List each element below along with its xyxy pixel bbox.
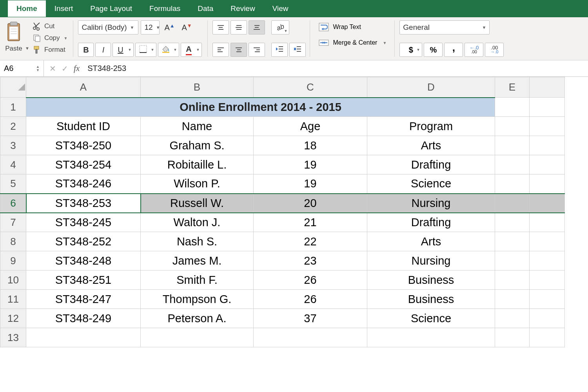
column-header-E[interactable]: E xyxy=(495,77,530,98)
formula-input[interactable]: ST348-253 xyxy=(85,64,126,73)
cell-B10[interactable]: Smith F. xyxy=(141,270,254,290)
cell-A4[interactable]: ST348-254 xyxy=(26,155,141,174)
cell-E9[interactable] xyxy=(495,251,530,270)
cell-C4[interactable]: 19 xyxy=(254,155,367,174)
tab-page-layout[interactable]: Page Layout xyxy=(82,0,141,17)
cell-D3[interactable]: Arts xyxy=(367,136,495,155)
cell-E11[interactable] xyxy=(495,290,530,309)
cell-F9[interactable] xyxy=(530,251,565,270)
font-color-button[interactable]: A xyxy=(181,43,202,57)
cell-B4[interactable]: Robitaille L. xyxy=(141,155,254,174)
cell-B7[interactable]: Walton J. xyxy=(141,213,254,232)
decrease-indent-button[interactable] xyxy=(271,43,288,57)
cell-C6[interactable]: 20 xyxy=(254,194,367,213)
number-format-dropdown[interactable]: General▼ xyxy=(399,20,490,34)
underline-button[interactable]: U xyxy=(113,43,134,57)
cell-B3[interactable]: Graham S. xyxy=(141,136,254,155)
row-header-9[interactable]: 9 xyxy=(0,251,26,270)
cell-F5[interactable] xyxy=(530,174,565,194)
font-size-dropdown[interactable]: 12▼ xyxy=(141,20,160,34)
cell-F13[interactable] xyxy=(530,328,565,347)
cell-A6[interactable]: ST348-253 xyxy=(26,194,141,213)
cell-F6[interactable] xyxy=(530,194,565,213)
cell-C12[interactable]: 37 xyxy=(254,309,367,328)
row-header-13[interactable]: 13 xyxy=(0,328,26,347)
cell-E4[interactable] xyxy=(495,155,530,174)
cell-D6[interactable]: Nursing xyxy=(367,194,495,213)
cell-B2[interactable]: Name xyxy=(141,117,254,136)
align-right-button[interactable] xyxy=(249,43,265,57)
cell-F10[interactable] xyxy=(530,270,565,290)
percent-button[interactable]: % xyxy=(424,43,443,57)
cell-B12[interactable]: Peterson A. xyxy=(141,309,254,328)
row-header-4[interactable]: 4 xyxy=(0,155,26,174)
bold-button[interactable]: B xyxy=(78,43,94,57)
column-header-D[interactable]: D xyxy=(367,77,495,98)
row-header-10[interactable]: 10 xyxy=(0,270,26,290)
cell-A2[interactable]: Student ID xyxy=(26,117,141,136)
cell-E5[interactable] xyxy=(495,174,530,194)
cell-E10[interactable] xyxy=(495,270,530,290)
cell-E8[interactable] xyxy=(495,232,530,251)
row-header-6[interactable]: 6 xyxy=(0,194,26,213)
row-header-5[interactable]: 5 xyxy=(0,174,26,194)
fx-icon[interactable]: fx xyxy=(74,64,80,73)
increase-indent-button[interactable] xyxy=(289,43,306,57)
cell-D12[interactable]: Science xyxy=(367,309,495,328)
row-header-2[interactable]: 2 xyxy=(0,117,26,136)
merge-center-button[interactable]: Merge & Center ▼ xyxy=(317,38,388,48)
tab-review[interactable]: Review xyxy=(222,0,263,17)
cell-F1[interactable] xyxy=(530,98,565,117)
align-center-button[interactable] xyxy=(230,43,247,57)
cell-D7[interactable]: Drafting xyxy=(367,213,495,232)
name-box-stepper[interactable]: ▲▼ xyxy=(36,65,40,72)
cell-E3[interactable] xyxy=(495,136,530,155)
font-name-dropdown[interactable]: Calibri (Body)▼ xyxy=(78,20,138,34)
borders-button[interactable] xyxy=(135,43,156,57)
paste-dropdown-arrow[interactable]: ▼ xyxy=(25,46,29,51)
row-header-7[interactable]: 7 xyxy=(0,213,26,232)
cell-D2[interactable]: Program xyxy=(367,117,495,136)
tab-home[interactable]: Home xyxy=(8,0,46,17)
row-header-8[interactable]: 8 xyxy=(0,232,26,251)
accept-formula-icon[interactable]: ✓ xyxy=(62,64,68,73)
paste-button[interactable]: Paste xyxy=(3,20,24,53)
tab-insert[interactable]: Insert xyxy=(46,0,82,17)
cancel-formula-icon[interactable]: ✕ xyxy=(49,64,56,73)
tab-view[interactable]: View xyxy=(264,0,297,17)
align-bottom-button[interactable] xyxy=(249,20,265,34)
cell-A8[interactable]: ST348-252 xyxy=(26,232,141,251)
cell-C8[interactable]: 22 xyxy=(254,232,367,251)
cell-E12[interactable] xyxy=(495,309,530,328)
increase-font-button[interactable]: A▲ xyxy=(162,20,177,34)
cut-button[interactable]: Cut xyxy=(31,21,69,31)
cell-C3[interactable]: 18 xyxy=(254,136,367,155)
align-middle-button[interactable] xyxy=(230,20,247,34)
cell-B11[interactable]: Thompson G. xyxy=(141,290,254,309)
cell-D8[interactable]: Arts xyxy=(367,232,495,251)
row-header-1[interactable]: 1 xyxy=(0,98,26,117)
cell-A11[interactable]: ST348-247 xyxy=(26,290,141,309)
cell-D5[interactable]: Science xyxy=(367,174,495,194)
column-header-A[interactable]: A xyxy=(26,77,141,98)
cell-A12[interactable]: ST348-249 xyxy=(26,309,141,328)
currency-button[interactable]: $ xyxy=(399,43,422,57)
orientation-button[interactable]: ab xyxy=(271,20,289,34)
cell-F11[interactable] xyxy=(530,290,565,309)
wrap-text-button[interactable]: Wrap Text xyxy=(317,22,388,32)
align-top-button[interactable] xyxy=(212,20,229,34)
cell-A10[interactable]: ST348-251 xyxy=(26,270,141,290)
cell-A3[interactable]: ST348-250 xyxy=(26,136,141,155)
column-header-B[interactable]: B xyxy=(141,77,254,98)
format-painter-button[interactable]: Format xyxy=(31,45,69,55)
tab-data[interactable]: Data xyxy=(189,0,222,17)
cell-E2[interactable] xyxy=(495,117,530,136)
row-header-11[interactable]: 11 xyxy=(0,290,26,309)
cell-A5[interactable]: ST348-246 xyxy=(26,174,141,194)
name-box[interactable]: A6 ▲▼ xyxy=(0,60,44,76)
copy-button[interactable]: Copy ▼ xyxy=(31,33,69,43)
cell-C9[interactable]: 23 xyxy=(254,251,367,270)
cell-E6[interactable] xyxy=(495,194,530,213)
fill-color-button[interactable] xyxy=(158,43,179,57)
row-header-3[interactable]: 3 xyxy=(0,136,26,155)
